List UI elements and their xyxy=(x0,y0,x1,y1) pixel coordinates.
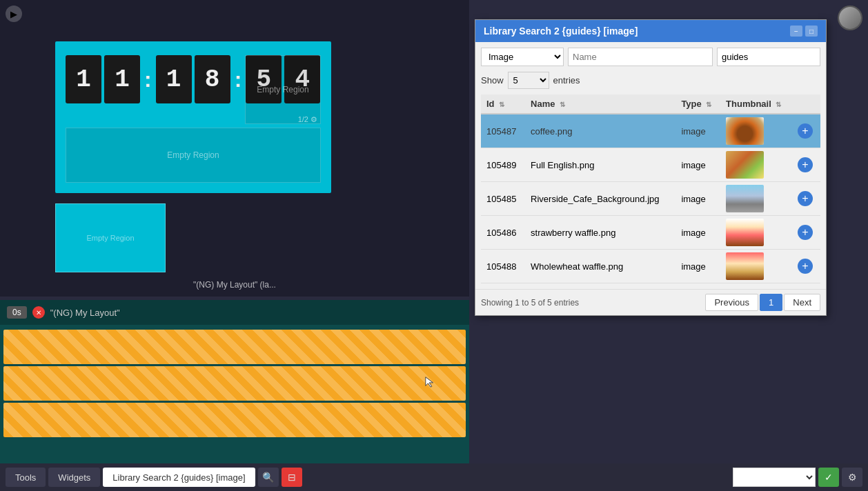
dialog-title: Library Search 2 {guides} [image] xyxy=(484,26,638,37)
cell-add: + xyxy=(792,148,820,182)
cell-type: image xyxy=(675,250,720,283)
taskbar: Tools Widgets Library Search 2 {guides} … xyxy=(0,463,868,491)
dialog-header-controls: − □ xyxy=(790,26,818,37)
table-row[interactable]: 105489 Full English.png image + xyxy=(481,148,820,182)
preview-area: ▶ 1 1 : 1 8 : 5 4 Empty Region 1/2 ⚙ Emp… xyxy=(0,0,469,297)
taskbar-right: ✓ ⚙ xyxy=(733,468,862,487)
check-button[interactable]: ✓ xyxy=(818,468,839,487)
cell-id: 105488 xyxy=(481,250,525,283)
add-row-button[interactable]: + xyxy=(798,259,813,274)
table-row[interactable]: 105486 strawberry waffle.png image + xyxy=(481,216,820,250)
cell-name: Wholewheat waffle.png xyxy=(525,250,675,283)
strawberry-thumbnail xyxy=(726,219,764,246)
cell-type: image xyxy=(675,182,720,216)
timeline-header: 0s ✕ "(NG) My Layout" xyxy=(0,300,469,325)
clock-colon-1: : xyxy=(143,67,153,92)
show-label: Show xyxy=(481,75,504,86)
page-1-button[interactable]: 1 xyxy=(760,294,782,311)
cell-id: 105485 xyxy=(481,182,525,216)
col-action xyxy=(792,94,820,114)
add-row-button[interactable]: + xyxy=(798,191,813,206)
widgets-button[interactable]: Widgets xyxy=(48,468,100,487)
clock-digit-1: 1 xyxy=(66,55,101,103)
showing-text: Showing 1 to 5 of 5 entries xyxy=(481,298,579,308)
preview-label: "(NG) My Layout" (la... xyxy=(0,280,469,290)
clock-digit-3: 1 xyxy=(156,55,192,103)
active-tab-button[interactable]: Library Search 2 {guides} [image] xyxy=(103,468,255,487)
preview-lower-region: Empty Region xyxy=(55,203,166,272)
cell-id: 105489 xyxy=(481,148,525,182)
cell-type: image xyxy=(675,148,720,182)
empty-region-bottom: Empty Region xyxy=(66,128,321,183)
timeline-area: 0s ✕ "(NG) My Layout" xyxy=(0,300,469,463)
table-row[interactable]: 105487 coffee.png image + xyxy=(481,114,820,148)
type-filter-select[interactable]: Image Video Audio xyxy=(481,48,564,66)
cell-thumbnail xyxy=(720,182,792,216)
col-id[interactable]: Id ⇅ xyxy=(481,94,525,114)
table-header: Id ⇅ Name ⇅ Type ⇅ Thumbnail ⇅ xyxy=(481,94,820,114)
cell-type: image xyxy=(675,216,720,250)
cell-add: + xyxy=(792,114,820,148)
coffee-thumbnail xyxy=(726,117,764,145)
col-name[interactable]: Name ⇅ xyxy=(525,94,675,114)
close-taskbar-button[interactable]: ⊟ xyxy=(282,468,302,487)
region-fraction: 1/2 ⚙ xyxy=(298,115,317,124)
timeline-row-3[interactable] xyxy=(3,403,466,437)
tools-button[interactable]: Tools xyxy=(6,468,46,487)
close-timeline-button[interactable]: ✕ xyxy=(32,306,45,319)
guides-search-input[interactable] xyxy=(717,48,820,66)
col-type[interactable]: Type ⇅ xyxy=(675,94,720,114)
pagination: Previous 1 Next xyxy=(705,294,820,311)
cell-thumbnail xyxy=(720,148,792,182)
time-badge: 0s xyxy=(7,306,27,319)
cell-thumbnail xyxy=(720,216,792,250)
entries-per-page-select[interactable]: 5 10 25 50 100 xyxy=(508,72,549,89)
english-thumbnail xyxy=(726,151,764,179)
cell-name: Full English.png xyxy=(525,148,675,182)
add-row-button[interactable]: + xyxy=(798,157,813,172)
cell-name: coffee.png xyxy=(525,114,675,148)
gear-button[interactable]: ⚙ xyxy=(842,468,862,487)
dialog-header: Library Search 2 {guides} [image] − □ xyxy=(475,20,826,42)
preview-content: 1 1 : 1 8 : 5 4 Empty Region 1/2 ⚙ Empty… xyxy=(55,41,331,193)
timeline-rows xyxy=(0,325,469,442)
cell-add: + xyxy=(792,216,820,250)
library-table: Id ⇅ Name ⇅ Type ⇅ Thumbnail ⇅ 105487 co… xyxy=(481,94,820,283)
cell-name: strawberry waffle.png xyxy=(525,216,675,250)
taskbar-dropdown[interactable] xyxy=(733,468,816,487)
cell-type: image xyxy=(675,114,720,148)
entries-label: entries xyxy=(553,75,580,86)
search-row: Image Video Audio xyxy=(481,48,820,66)
show-entries-row: Show 5 10 25 50 100 entries xyxy=(481,72,820,89)
empty-region-top-right: Empty Region xyxy=(245,55,321,124)
minimize-button[interactable]: − xyxy=(790,26,802,37)
library-search-dialog: Library Search 2 {guides} [image] − □ Im… xyxy=(475,19,827,316)
avatar[interactable] xyxy=(838,6,862,30)
previous-button[interactable]: Previous xyxy=(705,294,758,311)
timeline-layout-label: "(NG) My Layout" xyxy=(50,308,120,318)
col-thumbnail[interactable]: Thumbnail ⇅ xyxy=(720,94,792,114)
cell-id: 105486 xyxy=(481,216,525,250)
table-row[interactable]: 105488 Wholewheat waffle.png image + xyxy=(481,250,820,283)
dialog-footer: Showing 1 to 5 of 5 entries Previous 1 N… xyxy=(475,289,826,315)
name-search-input[interactable] xyxy=(568,48,713,66)
clock-digit-4: 8 xyxy=(195,55,230,103)
cell-add: + xyxy=(792,182,820,216)
cell-thumbnail xyxy=(720,250,792,283)
play-button[interactable]: ▶ xyxy=(6,6,22,22)
table-row[interactable]: 105485 Riverside_Cafe_Background.jpg ima… xyxy=(481,182,820,216)
add-row-button[interactable]: + xyxy=(798,123,813,139)
riverside-thumbnail xyxy=(726,185,764,212)
cell-add: + xyxy=(792,250,820,283)
search-taskbar-button[interactable]: 🔍 xyxy=(258,468,279,487)
cell-thumbnail xyxy=(720,114,792,148)
dialog-body: Image Video Audio Show 5 10 25 50 100 en… xyxy=(475,42,826,289)
clock-colon-2: : xyxy=(233,67,244,92)
timeline-row-2[interactable] xyxy=(3,366,466,401)
timeline-row-1[interactable] xyxy=(3,330,466,364)
maximize-button[interactable]: □ xyxy=(805,26,818,37)
wholewheat-thumbnail xyxy=(726,252,764,280)
add-row-button[interactable]: + xyxy=(798,225,813,240)
table-body: 105487 coffee.png image + 105489 Full En… xyxy=(481,114,820,283)
next-button[interactable]: Next xyxy=(784,294,820,311)
